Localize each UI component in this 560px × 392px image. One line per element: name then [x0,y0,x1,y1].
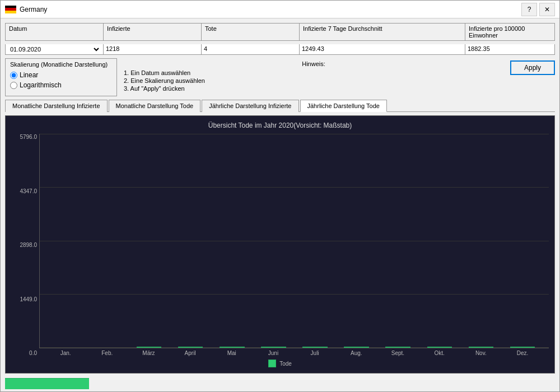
hinweis-item-2: 2. Eine Skalierung auswählen [124,77,503,84]
radio-logarithmisch[interactable] [10,82,17,89]
bar-mai [220,347,244,348]
bar-group-aug [336,347,377,348]
hinweis-box: Hinweis: 1. Ein Datum auswählen 2. Eine … [122,58,506,95]
x-label-dez: Dez. [502,348,543,356]
bar-märz [137,347,161,348]
x-label-märz: März [128,348,169,356]
table-data-row: 01.09.2020 1218 4 1249.43 1882.35 [5,44,555,55]
bar-okt [427,347,452,348]
cell-tote: 4 [202,44,300,54]
y-label-2898: 2898.0 [20,242,37,248]
bar-group-sept [377,347,419,348]
table-header-row: Datum Infizierte Tote Infizierte 7 Tage … [5,23,555,41]
legend: Tode [11,360,549,367]
cell-7tage: 1249.43 [300,44,465,54]
radio-log-row: Logarithmisch [10,81,110,89]
bar-juni [261,347,286,348]
bar-group-april [170,347,211,348]
skalierung-title: Skalierung (Monatliche Darstellung) [10,61,110,68]
tab-monatlich-infizierte[interactable]: Monatliche Darstellung Infizierte [5,100,108,112]
x-label-nov: Nov. [460,348,502,356]
y-label-5796: 5796.0 [20,134,37,140]
apply-area: Apply [510,58,555,75]
bar-sept [385,347,410,348]
chart-title: Übersicht Tode im Jahr 2020(Vorsicht: Ma… [11,122,549,129]
bar-group-dez [502,347,543,348]
cell-infizierte: 1218 [104,44,202,54]
x-label-juni: Juni [253,348,294,356]
datum-select[interactable]: 01.09.2020 [8,45,101,53]
y-label-4347: 4347.0 [20,188,37,194]
help-button[interactable]: ? [521,3,537,16]
header-infizierte: Infizierte [104,24,202,40]
tabs-row: Monatliche Darstellung Infizierte Monatl… [5,100,555,112]
x-label-juli: Juli [294,348,335,356]
controls-row: Skalierung (Monatliche Darstellung) Line… [5,58,555,96]
close-button[interactable]: ✕ [539,3,555,16]
x-labels: Jan.Feb.MärzAprilMaiJuniJuliAug.Sept.Okt… [39,348,549,356]
main-window: Germany ? ✕ Datum Infizierte Tote Infizi… [0,0,560,392]
apply-button[interactable]: Apply [510,60,555,75]
legend-label: Tode [279,361,292,367]
tab-monatlich-tode[interactable]: Monatliche Darstellung Tode [109,100,201,112]
x-label-okt: Okt. [419,348,460,356]
cell-datum[interactable]: 01.09.2020 [6,44,104,54]
radio-linear-row: Linear [10,71,110,79]
x-label-feb: Feb. [86,348,128,356]
legend-color-box [268,360,276,367]
window-controls: ? ✕ [521,3,555,16]
hinweis-item-1: 1. Ein Datum auswählen [124,69,503,76]
tab-jahrlich-infizierte[interactable]: Jährliche Darstellung Infizierte [202,100,298,112]
skalierung-box: Skalierung (Monatliche Darstellung) Line… [5,58,117,96]
bar-group-juli [294,347,335,348]
y-axis: 5796.0 4347.0 2898.0 1449.0 0.0 [11,134,39,356]
status-bar [5,378,89,389]
germany-flag [5,6,16,13]
window-title: Germany [20,6,521,13]
bar-aug [344,347,368,348]
x-label-april: April [170,348,211,356]
bar-april [178,347,203,348]
hinweis-list: 1. Ein Datum auswählen 2. Eine Skalierun… [124,69,503,92]
bar-group-märz [128,347,170,348]
title-bar: Germany ? ✕ [1,1,559,18]
header-datum: Datum [6,24,104,40]
bar-group-okt [419,347,460,348]
tab-jahrlich-tode[interactable]: Jährliche Darstellung Tode [300,100,387,112]
bars-container [40,134,549,348]
bar-group-nov [460,347,502,348]
chart-inner: 5796.0 4347.0 2898.0 1449.0 0.0 [11,134,549,356]
x-label-aug: Aug. [335,348,377,356]
label-linear[interactable]: Linear [20,71,38,79]
label-logarithmisch[interactable]: Logarithmisch [20,81,62,89]
main-content: Datum Infizierte Tote Infizierte 7 Tage … [1,18,559,378]
x-label-mai: Mai [211,348,253,356]
cell-pro100k: 1882.35 [465,44,554,54]
header-pro100k: Infizierte pro 100000 Einwohner [465,24,554,40]
y-label-1449: 1449.0 [20,296,37,302]
hinweis-item-3: 3. Auf "Apply" drücken [124,85,503,92]
chart-plot: Jan.Feb.MärzAprilMaiJuniJuliAug.Sept.Okt… [39,134,549,356]
hinweis-title: Hinweis: [124,60,503,67]
x-label-sept: Sept. [377,348,418,356]
x-label-jan: Jan. [45,348,86,356]
bar-group-mai [211,347,253,348]
header-7tage: Infizierte 7 Tage Durchschnitt [300,24,465,40]
bar-nov [469,347,493,348]
bars-area [39,134,549,348]
header-tote: Tote [202,24,300,40]
bar-juli [302,347,327,348]
bar-dez [510,347,535,348]
chart-area: Übersicht Tode im Jahr 2020(Vorsicht: Ma… [5,115,555,374]
bar-group-juni [253,347,294,348]
y-label-0: 0.0 [29,350,37,356]
radio-linear[interactable] [10,72,17,79]
